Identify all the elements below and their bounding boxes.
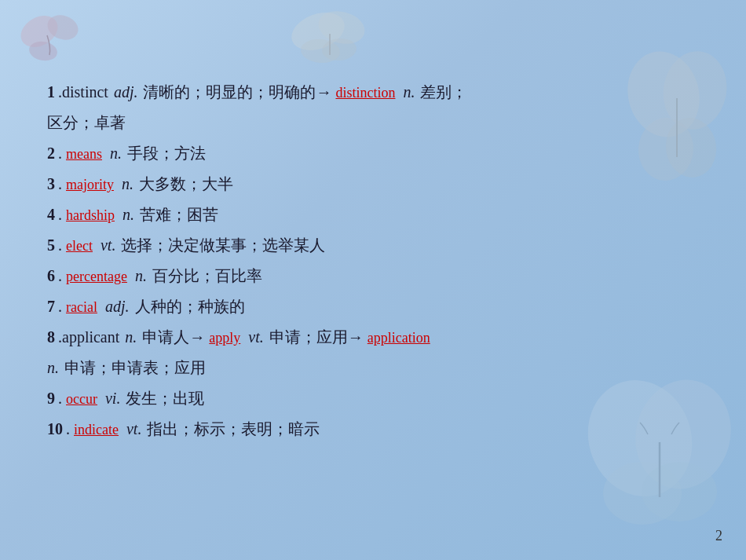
item-answer: hardship [66, 203, 115, 229]
item-number: 4 [47, 201, 55, 229]
list-item: 2 . means n. 手段；方法 [47, 140, 699, 167]
list-item: 10 . indicate vt. 指出；标示；表明；暗示 [47, 415, 699, 443]
item-number: 7 [47, 293, 55, 320]
item-dot: . [58, 385, 62, 412]
item-answer: elect [66, 234, 93, 259]
item-answer: percentage [66, 265, 127, 290]
list-item-cont: 区分；卓著 [47, 109, 699, 137]
item-cn2: 差别； [416, 79, 467, 106]
item-dot: . [58, 170, 62, 198]
list-item: 3 . majority n. 大多数；大半 [47, 170, 699, 198]
item-cn2: 申请；应用→ [265, 324, 364, 351]
item-pos: n. [131, 262, 147, 290]
item-cn: 百分比；百比率 [148, 262, 262, 290]
list-item: 1 .distinct adj. 清晰的；明显的；明确的→ distinctio… [47, 79, 699, 106]
item-number: 10 [47, 415, 63, 443]
item-prefix: .distinct [58, 79, 112, 106]
item-dot: . [58, 201, 62, 229]
item-pos: vi. [101, 385, 120, 412]
item-number: 1 [47, 79, 55, 106]
item-pos: vt. [97, 232, 115, 259]
item-cn: 人种的；种族的 [131, 293, 245, 320]
item-cn-cont: 申请；申请表；应用 [60, 354, 206, 382]
item-number: 2 [47, 140, 55, 167]
item-prefix: .applicant [58, 324, 123, 351]
item-answer2: application [368, 326, 430, 351]
item-answer: apply [209, 326, 240, 351]
item-answer: means [66, 142, 102, 167]
item-number: 5 [47, 232, 55, 259]
list-item: 9 . occur vi. 发生；出现 [47, 385, 699, 412]
item-cn: 大多数；大半 [135, 170, 233, 198]
item-pos: n. [119, 201, 134, 229]
item-cn: 苦难；困苦 [136, 201, 218, 229]
item-cn: 指出；标示；表明；暗示 [143, 415, 320, 443]
item-pos: n. [106, 140, 122, 167]
item-number: 6 [47, 262, 55, 290]
item-dot: . [58, 140, 62, 167]
item-answer: indicate [74, 418, 119, 443]
item-cn: 申请人→ [138, 324, 205, 351]
item-number: 3 [47, 170, 55, 198]
list-item: 6 . percentage n. 百分比；百比率 [47, 262, 699, 290]
svg-point-14 [642, 462, 717, 522]
item-cn: 手段；方法 [123, 140, 206, 167]
item-pos: adj. [101, 293, 130, 320]
item-answer: occur [66, 387, 97, 412]
list-item: 5 . elect vt. 选择；决定做某事；选举某人 [47, 232, 699, 259]
item-pos: n. [118, 170, 133, 198]
item-answer: distinction [335, 81, 395, 106]
item-pos2: vt. [244, 324, 263, 351]
item-dot: . [58, 232, 62, 259]
item-pos: n. [125, 324, 137, 351]
item-cn-cont: 区分；卓著 [47, 109, 126, 137]
list-item-cont: n. 申请；申请表；应用 [47, 354, 699, 382]
list-item: 7 . racial adj. 人种的；种族的 [47, 293, 699, 320]
item-number: 8 [47, 324, 55, 351]
item-answer: racial [66, 295, 97, 320]
page-number: 2 [715, 528, 722, 544]
list-item: 8 .applicant n. 申请人→ apply vt. 申请；应用→ ap… [47, 324, 699, 351]
item-pos: vt. [123, 415, 141, 443]
item-dot: . [66, 415, 70, 443]
item-cn: 选择；决定做某事；选举某人 [117, 232, 325, 259]
list-item: 4 . hardship n. 苦难；困苦 [47, 201, 699, 229]
item-dot: . [58, 262, 62, 290]
item-dot: . [58, 293, 62, 320]
item-pos: adj. [114, 79, 138, 106]
item-pos2: n. [399, 79, 415, 106]
slide-content: 1 .distinct adj. 清晰的；明显的；明确的→ distinctio… [47, 79, 699, 443]
item-pos-cont: n. [47, 354, 59, 382]
item-cn: 清晰的；明显的；明确的→ [139, 79, 331, 106]
item-answer: majority [66, 173, 114, 198]
item-cn: 发生；出现 [122, 385, 204, 412]
item-number: 9 [47, 385, 55, 412]
